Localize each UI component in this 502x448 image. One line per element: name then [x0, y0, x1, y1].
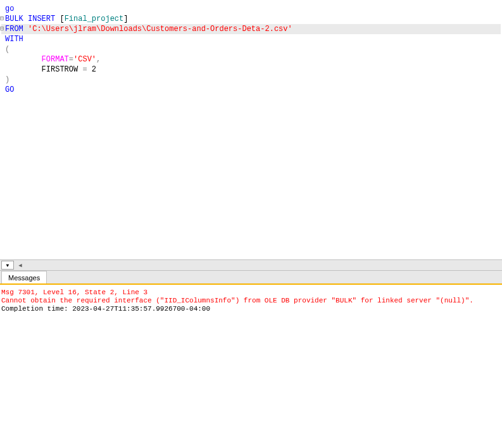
keyword-insert: INSERT [28, 15, 55, 23]
code-line[interactable]: ( [1, 44, 501, 54]
error-message-body: Cannot obtain the required interface ("I… [1, 297, 501, 305]
operator-eq: = [69, 55, 73, 64]
string-csv: 'CSV' [73, 55, 96, 64]
code-line[interactable]: FORMAT='CSV', [1, 54, 501, 65]
keyword-go: go [5, 4, 14, 13]
splitter-bar[interactable]: ▼ ◀ [0, 259, 502, 271]
indent [5, 55, 42, 64]
code-line[interactable]: FIRSTROW = 2 [1, 65, 501, 75]
code-line-highlighted[interactable]: FROM 'C:\Users\jlram\Downloads\Customers… [1, 24, 501, 34]
outline-collapse-marker[interactable]: ⊟ [0, 14, 4, 24]
code-line[interactable]: ) [1, 75, 501, 85]
results-tabs-bar: Messages [0, 271, 502, 285]
outline-collapse-marker[interactable]: ⊟ [0, 24, 4, 34]
keyword-with: WITH [5, 35, 23, 44]
messages-pane[interactable]: Msg 7301, Level 16, State 2, Line 3 Cann… [0, 285, 502, 448]
keyword-format: FORMAT [42, 55, 69, 64]
tab-messages[interactable]: Messages [1, 271, 47, 283]
bracket: [ [60, 15, 64, 23]
operator-eq: = [82, 65, 87, 74]
sql-editor-pane[interactable]: ⊟ ⊟ go BULK INSERT [Final_project] FROM … [0, 0, 502, 259]
completion-time: Completion time: 2023-04-27T11:35:57.992… [1, 305, 501, 313]
code-line[interactable]: GO [1, 85, 501, 95]
keyword-go: GO [5, 85, 14, 94]
error-message-header: Msg 7301, Level 16, State 2, Line 3 [1, 289, 501, 297]
keyword-bulk: BULK [5, 15, 23, 23]
scroll-left-icon[interactable]: ◀ [16, 261, 24, 270]
table-name: Final_project [65, 15, 124, 23]
keyword-from: FROM [5, 25, 23, 34]
paren-close: ) [5, 75, 9, 84]
code-line[interactable]: WITH [1, 34, 501, 44]
code-line[interactable]: go [1, 4, 501, 14]
code-line[interactable]: BULK INSERT [Final_project] [1, 14, 501, 24]
paren-open: ( [5, 45, 9, 54]
keyword-firstrow: FIRSTROW [42, 65, 83, 74]
comma: , [96, 55, 101, 64]
splitter-dropdown[interactable]: ▼ [1, 261, 14, 270]
indent [5, 65, 42, 74]
string-path: 'C:\Users\jlram\Downloads\Customers-and-… [28, 25, 292, 34]
value-2: 2 [87, 65, 96, 74]
bracket: ] [123, 15, 128, 23]
